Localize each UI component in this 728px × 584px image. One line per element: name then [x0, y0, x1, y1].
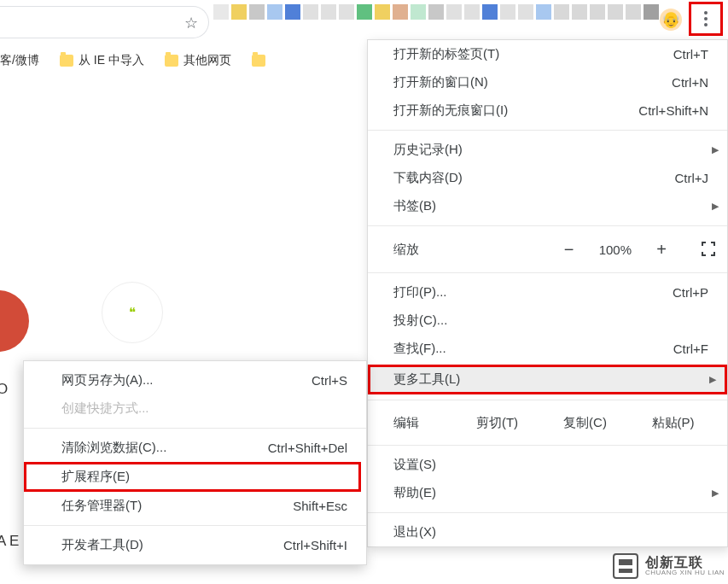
pixel-square: [267, 4, 282, 20]
page-cut-text: O: [0, 381, 8, 398]
submenu-label: 扩展程序(E): [61, 469, 130, 485]
pixel-square: [428, 4, 444, 20]
edit-copy-button[interactable]: 复制(C): [541, 415, 629, 431]
zoom-label: 缩放: [393, 242, 562, 258]
menu-label: 历史记录(H): [393, 142, 708, 158]
menu-more-tools[interactable]: 更多工具(L) ▶: [368, 365, 727, 394]
submenu-label: 创建快捷方式...: [61, 400, 347, 417]
menu-separator: [368, 225, 727, 226]
extension-icons-pixelated: [213, 4, 659, 20]
submenu-arrow-icon: ▶: [709, 374, 716, 385]
bookmark-label: 从 IE 中导入: [79, 53, 144, 68]
pixel-square: [285, 4, 300, 20]
pixel-square: [303, 4, 318, 20]
bookmark-label: 客/微博: [0, 53, 39, 68]
menu-separator: [368, 272, 727, 273]
avatar-emoji: 👴: [661, 10, 680, 29]
bookmarks-bar: 客/微博 从 IE 中导入 其他网页: [0, 47, 265, 74]
pixel-square: [411, 4, 426, 20]
pixel-square: [339, 4, 354, 20]
submenu-extensions[interactable]: 扩展程序(E): [24, 462, 361, 492]
menu-settings[interactable]: 设置(S): [368, 451, 727, 479]
menu-print[interactable]: 打印(P)... Ctrl+P: [368, 278, 727, 307]
menu-bookmarks[interactable]: 书签(B) ▶: [368, 192, 727, 220]
menu-label: 书签(B): [393, 198, 708, 214]
submenu-clear-browsing-data[interactable]: 清除浏览数据(C)... Ctrl+Shift+Del: [24, 434, 366, 462]
zoom-out-button[interactable]: −: [562, 240, 577, 260]
menu-new-window[interactable]: 打开新的窗口(N) Ctrl+N: [368, 68, 727, 96]
menu-history[interactable]: 历史记录(H) ▶: [368, 136, 727, 164]
pixel-square: [590, 4, 605, 20]
menu-label: 下载内容(D): [393, 170, 674, 186]
submenu-task-manager[interactable]: 任务管理器(T) Shift+Esc: [24, 492, 366, 520]
submenu-label: 网页另存为(A)...: [61, 372, 312, 388]
menu-separator: [368, 445, 727, 446]
pixel-square: [375, 4, 390, 20]
submenu-developer-tools[interactable]: 开发者工具(D) Ctrl+Shift+I: [24, 531, 366, 559]
menu-zoom-row: 缩放 − 100% +: [368, 231, 727, 267]
more-tools-submenu: 网页另存为(A)... Ctrl+S 创建快捷方式... 清除浏览数据(C)..…: [23, 360, 367, 565]
pixel-square: [644, 4, 659, 20]
main-menu-button[interactable]: [689, 2, 723, 36]
bookmark-item[interactable]: 客/微博: [0, 53, 39, 68]
edit-cut-button[interactable]: 剪切(T): [453, 415, 541, 431]
menu-downloads[interactable]: 下载内容(D) Ctrl+J: [368, 164, 727, 192]
fullscreen-icon[interactable]: [702, 242, 717, 257]
page-circle-red: [0, 290, 29, 352]
submenu-shortcut: Ctrl+S: [312, 373, 347, 388]
pixel-square: [626, 4, 641, 20]
folder-icon: [252, 55, 265, 67]
page-cut-text: A E: [0, 533, 19, 550]
menu-new-tab[interactable]: 打开新的标签页(T) Ctrl+T: [368, 40, 727, 68]
menu-separator: [368, 400, 727, 400]
watermark-en: CHUANG XIN HU LIAN: [645, 569, 725, 576]
submenu-shortcut: Shift+Esc: [293, 499, 347, 513]
menu-find[interactable]: 查找(F)... Ctrl+F: [368, 335, 727, 363]
pixel-square: [393, 4, 408, 20]
pixel-square: [608, 4, 623, 20]
pixel-square: [554, 4, 569, 20]
menu-separator: [368, 512, 727, 513]
zoom-in-button[interactable]: +: [654, 240, 669, 260]
pixel-square: [321, 4, 336, 20]
folder-icon: [60, 55, 73, 67]
menu-separator: [368, 130, 727, 131]
page-circle-green: ❝: [102, 282, 163, 343]
menu-shortcut: Ctrl+T: [673, 47, 708, 61]
menu-shortcut: Ctrl+F: [673, 342, 708, 356]
menu-exit[interactable]: 退出(X): [368, 518, 727, 546]
profile-avatar[interactable]: 👴: [660, 9, 682, 31]
menu-label: 帮助(E): [393, 485, 708, 501]
menu-shortcut: Ctrl+P: [673, 285, 708, 300]
bookmark-item[interactable]: 其他网页: [165, 53, 231, 68]
pixel-square: [518, 4, 533, 20]
bookmark-item[interactable]: 从 IE 中导入: [60, 53, 144, 68]
menu-label: 设置(S): [393, 457, 708, 473]
folder-icon: [165, 55, 178, 67]
submenu-save-page-as[interactable]: 网页另存为(A)... Ctrl+S: [24, 366, 366, 394]
pixel-square: [231, 4, 247, 20]
watermark: 创新互联 CHUANG XIN HU LIAN: [613, 553, 725, 579]
bookmark-item[interactable]: [252, 55, 265, 67]
menu-shortcut: Ctrl+Shift+N: [638, 103, 708, 118]
submenu-label: 开发者工具(D): [61, 537, 283, 553]
omnibox-end[interactable]: ☆: [0, 6, 209, 38]
menu-label: 打开新的窗口(N): [393, 74, 672, 91]
pixel-square: [213, 4, 229, 20]
submenu-shortcut: Ctrl+Shift+I: [283, 538, 347, 552]
bookmark-star-icon[interactable]: ☆: [184, 14, 198, 32]
submenu-label: 清除浏览数据(C)...: [61, 440, 268, 456]
menu-edit-row: 编辑 剪切(T) 复制(C) 粘贴(P): [368, 406, 727, 440]
menu-incognito[interactable]: 打开新的无痕窗口(I) Ctrl+Shift+N: [368, 96, 727, 125]
edit-paste-button[interactable]: 粘贴(P): [629, 415, 717, 431]
menu-cast[interactable]: 投射(C)...: [368, 307, 727, 335]
submenu-create-shortcut: 创建快捷方式...: [24, 394, 366, 423]
pixel-square: [536, 4, 551, 20]
menu-label: 退出(X): [393, 524, 708, 540]
submenu-label: 任务管理器(T): [61, 498, 293, 514]
chrome-main-menu: 打开新的标签页(T) Ctrl+T 打开新的窗口(N) Ctrl+N 打开新的无…: [367, 39, 728, 547]
submenu-arrow-icon: ▶: [712, 144, 719, 155]
pixel-square: [482, 4, 498, 20]
submenu-shortcut: Ctrl+Shift+Del: [268, 441, 347, 455]
menu-help[interactable]: 帮助(E) ▶: [368, 479, 727, 507]
